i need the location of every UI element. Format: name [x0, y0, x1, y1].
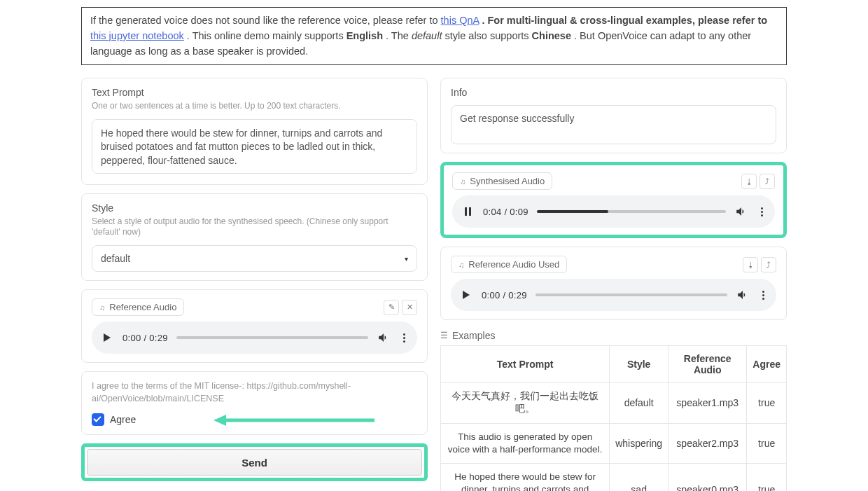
banner-text-2: . For multi-lingual & cross-lingual exam… [482, 15, 767, 26]
text-prompt-title: Text Prompt [92, 87, 417, 98]
example-prompt: This audio is generated by open voice wi… [441, 423, 610, 463]
play-icon [463, 291, 470, 299]
send-button-highlight: Send [81, 443, 428, 481]
audio-seek-slider[interactable] [536, 293, 727, 296]
banner-text-5: style also supports [444, 30, 531, 41]
col-agree: Agree [747, 346, 787, 383]
volume-icon[interactable] [736, 288, 750, 302]
table-row[interactable]: 今天天气真好，我们一起出去吃饭吧。defaultspeaker1.mp3true [441, 383, 787, 423]
example-ref: speaker1.mp3 [668, 383, 747, 423]
agree-label: Agree [110, 414, 136, 425]
table-row[interactable]: This audio is generated by open voice wi… [441, 423, 787, 463]
pause-icon [465, 207, 471, 216]
text-prompt-sub: One or two sentences at a time is better… [92, 101, 417, 112]
right-column: Info Get response successfully ♫ Synthes… [440, 78, 787, 491]
table-header-row: Text Prompt Style Reference Audio Agree [441, 346, 787, 383]
text-prompt-input[interactable] [92, 119, 417, 174]
pause-button[interactable] [461, 205, 475, 219]
text-prompt-card: Text Prompt One or two sentences at a ti… [81, 78, 428, 185]
style-sub: Select a style of output audio for the s… [92, 216, 417, 238]
example-agree: true [747, 464, 787, 491]
synthesised-audio-player: 0:04 / 0:09 [452, 195, 775, 228]
col-reference-audio: Reference Audio [668, 346, 747, 383]
download-button[interactable]: ⭳ [741, 174, 757, 189]
clear-button[interactable]: ✕ [402, 300, 417, 315]
audio-time: 0:00 / 0:29 [122, 333, 168, 343]
volume-icon[interactable] [734, 205, 748, 219]
qna-link[interactable]: this QnA [441, 15, 479, 26]
banner-text-4: . The [386, 30, 412, 41]
style-value: default [101, 253, 130, 264]
svg-marker-1 [214, 415, 226, 426]
reference-audio-player: 0:00 / 0:29 [92, 321, 417, 354]
style-select[interactable]: default ▾ [92, 245, 417, 272]
style-title: Style [92, 202, 417, 214]
agree-checkbox[interactable] [92, 413, 104, 426]
info-output: Get response successfully [451, 105, 776, 144]
info-card: Info Get response successfully [440, 78, 787, 153]
audio-progress [537, 210, 609, 213]
download-button[interactable]: ⭳ [743, 257, 758, 272]
examples-title: Examples [452, 330, 495, 341]
license-text: I agree to the terms of the MIT license-… [92, 380, 417, 405]
col-style: Style [610, 346, 668, 383]
synthesised-audio-highlight: ♫ Synthesised Audio ⭳ ⤴ 0:04 / 0:09 [440, 162, 787, 238]
example-style: default [610, 383, 668, 423]
example-prompt: He hoped there would be stew for dinner,… [441, 464, 610, 491]
examples-section: ☰ Examples Text Prompt Style Reference A… [440, 329, 787, 491]
audio-seek-slider[interactable] [537, 210, 726, 213]
style-card: Style Select a style of output audio for… [81, 193, 428, 281]
audio-time: 0:00 / 0:29 [482, 290, 527, 300]
example-ref: speaker2.mp3 [668, 423, 747, 463]
music-note-icon: ♫ [99, 303, 105, 312]
left-column: Text Prompt One or two sentences at a ti… [81, 78, 428, 491]
reference-used-audio-player: 0:00 / 0:29 [451, 279, 776, 311]
info-title: Info [451, 87, 776, 98]
audio-time: 0:04 / 0:09 [483, 207, 528, 217]
annotation-arrow-icon [214, 413, 374, 427]
reference-audio-used-label: ♫ Reference Audio Used [451, 256, 567, 273]
chevron-down-icon: ▾ [405, 255, 408, 263]
example-ref: speaker0.mp3 [668, 464, 747, 491]
banner-text-3: . This online demo mainly supports [187, 30, 346, 41]
share-button[interactable]: ⤴ [760, 174, 775, 189]
play-button[interactable] [459, 288, 473, 302]
edit-button[interactable]: ✎ [384, 300, 399, 315]
kebab-menu-icon[interactable] [399, 331, 409, 345]
list-icon: ☰ [440, 331, 448, 340]
example-agree: true [747, 423, 787, 463]
table-row[interactable]: He hoped there would be stew for dinner,… [441, 464, 787, 491]
example-prompt: 今天天气真好，我们一起出去吃饭吧。 [441, 383, 610, 423]
reference-audio-card: ♫ Reference Audio ✎ ✕ 0:00 / 0:29 [81, 289, 428, 363]
example-style: whispering [610, 423, 668, 463]
synthesised-audio-label: ♫ Synthesised Audio [452, 172, 552, 190]
kebab-menu-icon[interactable] [758, 288, 768, 302]
play-icon [104, 333, 111, 342]
play-button[interactable] [100, 331, 114, 345]
banner-italic-default: default [412, 30, 442, 41]
volume-icon[interactable] [377, 331, 391, 345]
banner-bold-chinese: Chinese [532, 30, 571, 41]
example-style: sad [610, 464, 668, 491]
example-agree: true [747, 383, 787, 423]
notebook-link[interactable]: this jupyter notebook [90, 30, 184, 41]
examples-table: Text Prompt Style Reference Audio Agree … [440, 345, 787, 491]
reference-audio-label: ♫ Reference Audio [92, 298, 184, 316]
col-text-prompt: Text Prompt [441, 346, 610, 383]
music-note-icon: ♫ [458, 261, 464, 269]
share-button[interactable]: ⤴ [761, 257, 776, 272]
kebab-menu-icon[interactable] [757, 205, 766, 219]
notice-banner: If the generated voice does not sound li… [81, 7, 787, 65]
send-button[interactable]: Send [87, 449, 422, 476]
banner-text-1: If the generated voice does not sound li… [90, 15, 441, 26]
banner-bold-english: English [346, 30, 383, 41]
audio-seek-slider[interactable] [176, 336, 368, 339]
music-note-icon: ♫ [460, 177, 465, 186]
reference-audio-used-card: ♫ Reference Audio Used ⭳ ⤴ 0:00 / 0:29 [440, 247, 787, 320]
license-card: I agree to the terms of the MIT license-… [81, 371, 428, 435]
